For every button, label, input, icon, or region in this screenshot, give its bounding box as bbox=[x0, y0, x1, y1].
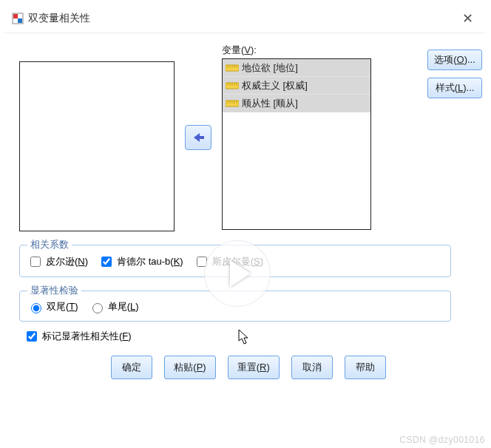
flag-input[interactable] bbox=[27, 331, 37, 342]
spearman-input[interactable] bbox=[197, 257, 207, 267]
coefficient-legend: 相关系数 bbox=[27, 238, 72, 251]
list-item[interactable]: 权威主义 [权威] bbox=[223, 77, 370, 95]
variables-label: 变量(V): bbox=[222, 44, 371, 57]
app-icon bbox=[12, 13, 24, 24]
dialog-window: 双变量相关性 ✕ 变量(V): 地位欲 [地位] bbox=[4, 4, 487, 444]
dialog-content: 变量(V): 地位欲 [地位] 权威主义 [权威] 顺从性 [顺从] bbox=[4, 33, 487, 387]
flag-checkbox[interactable]: 标记显著性相关性(F) bbox=[24, 329, 132, 344]
close-button[interactable]: ✕ bbox=[456, 9, 479, 28]
spearman-checkbox[interactable]: 斯皮尔曼(S) bbox=[194, 254, 263, 269]
upper-area: 变量(V): 地位欲 [地位] 权威主义 [权威] 顺从性 [顺从] bbox=[19, 44, 478, 231]
kendall-checkbox[interactable]: 肯德尔 tau-b(K) bbox=[98, 254, 183, 269]
list-item-label: 地位欲 [地位] bbox=[242, 61, 298, 75]
svg-rect-1 bbox=[13, 14, 18, 18]
side-buttons: 选项(O)... 样式(L)... bbox=[427, 50, 482, 98]
reset-button[interactable]: 重置(R) bbox=[228, 356, 280, 379]
pearson-checkbox[interactable]: 皮尔逊(N) bbox=[27, 254, 88, 269]
variables-column: 变量(V): 地位欲 [地位] 权威主义 [权威] 顺从性 [顺从] bbox=[222, 44, 371, 230]
significance-group: 显著性检验 双尾(T) 单尾(L) bbox=[19, 291, 451, 322]
list-item[interactable]: 地位欲 [地位] bbox=[223, 59, 370, 77]
one-tail-radio[interactable]: 单尾(L) bbox=[89, 300, 139, 313]
target-variable-list[interactable]: 地位欲 [地位] 权威主义 [权威] 顺从性 [顺从] bbox=[222, 58, 371, 230]
one-tail-input[interactable] bbox=[92, 303, 103, 313]
two-tail-radio[interactable]: 双尾(T) bbox=[27, 300, 78, 313]
style-button[interactable]: 样式(L)... bbox=[427, 78, 482, 98]
cancel-button[interactable]: 取消 bbox=[291, 356, 333, 379]
help-button[interactable]: 帮助 bbox=[345, 356, 386, 379]
kendall-input[interactable] bbox=[101, 257, 112, 267]
flag-row: 标记显著性相关性(F) bbox=[24, 329, 478, 344]
two-tail-input[interactable] bbox=[31, 303, 41, 313]
coefficient-group: 相关系数 皮尔逊(N) 肯德尔 tau-b(K) 斯皮尔曼(S) bbox=[19, 245, 451, 277]
significance-legend: 显著性检验 bbox=[27, 284, 81, 297]
pearson-input[interactable] bbox=[30, 257, 41, 267]
list-item[interactable]: 顺从性 [顺从] bbox=[223, 95, 370, 112]
svg-rect-2 bbox=[18, 18, 22, 23]
significance-row: 双尾(T) 单尾(L) bbox=[27, 300, 443, 313]
source-variable-list[interactable] bbox=[19, 61, 175, 231]
transfer-column bbox=[175, 44, 222, 231]
list-item-label: 权威主义 [权威] bbox=[242, 79, 308, 92]
titlebar: 双变量相关性 ✕ bbox=[4, 4, 487, 33]
bottom-buttons: 确定 粘贴(P) 重置(R) 取消 帮助 bbox=[19, 353, 478, 379]
ruler-icon bbox=[226, 81, 239, 91]
ruler-icon bbox=[226, 98, 239, 109]
watermark: CSDN @dzy001016 bbox=[399, 435, 485, 445]
list-item-label: 顺从性 [顺从] bbox=[242, 97, 298, 110]
coefficient-row: 皮尔逊(N) 肯德尔 tau-b(K) 斯皮尔曼(S) bbox=[27, 254, 443, 269]
ok-button[interactable]: 确定 bbox=[111, 356, 152, 379]
ruler-icon bbox=[226, 63, 239, 73]
options-button[interactable]: 选项(O)... bbox=[427, 50, 482, 70]
move-left-button[interactable] bbox=[185, 125, 211, 150]
paste-button[interactable]: 粘贴(P) bbox=[164, 356, 215, 379]
window-title: 双变量相关性 bbox=[28, 12, 456, 25]
arrow-left-icon bbox=[191, 132, 206, 143]
